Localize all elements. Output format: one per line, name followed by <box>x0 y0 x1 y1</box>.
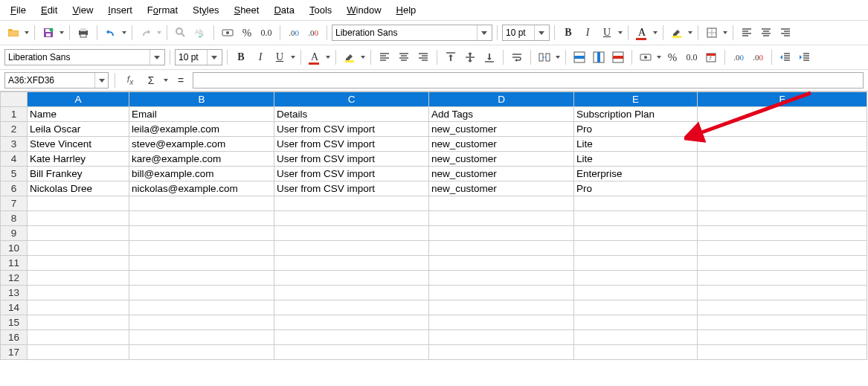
valign-top-icon[interactable] <box>442 48 460 66</box>
cell[interactable] <box>698 196 867 211</box>
col-header-C[interactable]: C <box>274 92 429 107</box>
sum-dropdown[interactable] <box>163 71 169 89</box>
cell[interactable]: new_customer <box>429 122 574 137</box>
number-icon-2[interactable]: 0.0 <box>683 48 701 66</box>
font-name-input[interactable] <box>332 25 477 40</box>
cell[interactable] <box>574 315 698 330</box>
underline-dropdown-2[interactable] <box>290 48 296 66</box>
cell[interactable] <box>429 300 574 315</box>
increase-indent-icon[interactable] <box>796 48 814 66</box>
undo-icon[interactable] <box>102 24 120 42</box>
cell[interactable] <box>274 211 429 226</box>
row-header[interactable]: 9 <box>1 226 28 241</box>
cell[interactable]: Leila Oscar <box>28 122 129 137</box>
function-wizard-icon[interactable]: fx <box>121 71 139 89</box>
name-box[interactable] <box>4 72 109 89</box>
font-size-dropdown[interactable] <box>534 25 547 40</box>
cell[interactable] <box>274 286 429 300</box>
add-decimal-icon[interactable]: .00 <box>285 24 303 42</box>
cell[interactable] <box>274 300 429 315</box>
cell[interactable] <box>28 256 129 271</box>
cell[interactable] <box>129 345 274 360</box>
wrap-text-icon[interactable] <box>508 48 526 66</box>
font-name-dropdown[interactable] <box>477 25 490 40</box>
cell[interactable]: User from CSV import <box>274 137 429 152</box>
cell[interactable] <box>129 256 274 271</box>
cell[interactable] <box>574 196 698 211</box>
cell[interactable] <box>574 271 698 286</box>
font-size-input[interactable] <box>503 25 534 40</box>
cell[interactable] <box>129 330 274 345</box>
add-decimal-icon-2[interactable]: .00 <box>730 48 748 66</box>
row-header[interactable]: 2 <box>1 122 28 137</box>
font-name-combo[interactable] <box>332 25 492 41</box>
font-size-input-2[interactable] <box>176 50 207 65</box>
row-header[interactable]: 12 <box>1 271 28 286</box>
number-format-icon[interactable]: 0.0 <box>257 24 275 42</box>
menu-help[interactable]: Help <box>390 3 422 17</box>
cell[interactable]: Email <box>129 107 274 122</box>
cell[interactable] <box>274 345 429 360</box>
cell[interactable] <box>429 241 574 256</box>
menu-sheet[interactable]: Sheet <box>228 3 265 17</box>
cell[interactable] <box>574 286 698 300</box>
spellcheck-icon[interactable]: Ab <box>191 24 209 42</box>
cell[interactable] <box>28 300 129 315</box>
row-header[interactable]: 3 <box>1 137 28 152</box>
cell[interactable] <box>698 256 867 271</box>
bold-icon-2[interactable]: B <box>232 48 250 66</box>
cell[interactable]: Pro <box>574 181 698 196</box>
cell[interactable] <box>274 315 429 330</box>
menu-view[interactable]: View <box>66 3 99 17</box>
align-center-icon[interactable] <box>757 24 775 42</box>
row-header[interactable]: 13 <box>1 286 28 300</box>
cell[interactable]: new_customer <box>429 137 574 152</box>
align-center-icon-2[interactable] <box>395 48 413 66</box>
cell[interactable]: Lite <box>574 152 698 167</box>
cell[interactable] <box>698 286 867 300</box>
cell[interactable] <box>698 345 867 360</box>
cell[interactable] <box>429 345 574 360</box>
cell[interactable]: new_customer <box>429 152 574 167</box>
cell[interactable] <box>429 271 574 286</box>
row-header[interactable]: 11 <box>1 256 28 271</box>
font-size-combo[interactable] <box>502 25 550 41</box>
open-dropdown[interactable] <box>24 24 30 42</box>
font-name-input-2[interactable] <box>5 50 150 65</box>
cell[interactable] <box>28 226 129 241</box>
cell[interactable] <box>28 241 129 256</box>
row-header[interactable]: 10 <box>1 241 28 256</box>
cell[interactable]: Details <box>274 107 429 122</box>
cell[interactable]: Nickolas Dree <box>28 181 129 196</box>
highlight-icon[interactable] <box>668 24 686 42</box>
cell[interactable] <box>274 256 429 271</box>
sum-icon[interactable]: Σ <box>142 71 160 89</box>
cell[interactable]: Kate Harrley <box>28 152 129 167</box>
cell[interactable] <box>698 152 867 167</box>
underline-dropdown[interactable] <box>617 24 623 42</box>
name-box-input[interactable] <box>5 73 94 88</box>
row-header[interactable]: 5 <box>1 167 28 181</box>
font-color-icon-2[interactable]: A <box>306 48 324 66</box>
print-icon[interactable] <box>74 24 92 42</box>
row-header[interactable]: 14 <box>1 300 28 315</box>
menu-window[interactable]: Window <box>341 3 387 17</box>
cell[interactable] <box>698 122 867 137</box>
align-right-icon[interactable] <box>777 24 794 42</box>
underline-icon-2[interactable]: U <box>271 48 289 66</box>
formula-input[interactable] <box>193 72 864 89</box>
cell[interactable] <box>698 226 867 241</box>
font-color-icon[interactable]: A <box>633 24 651 42</box>
menu-file[interactable]: File <box>4 3 32 17</box>
cell[interactable] <box>129 315 274 330</box>
italic-icon-2[interactable]: I <box>251 48 269 66</box>
cell[interactable] <box>274 330 429 345</box>
redo-dropdown[interactable] <box>156 24 162 42</box>
open-icon[interactable] <box>4 24 22 42</box>
align-left-icon-2[interactable] <box>376 48 393 66</box>
row-header[interactable]: 17 <box>1 345 28 360</box>
merge-dropdown[interactable] <box>555 48 561 66</box>
cell[interactable] <box>429 330 574 345</box>
row-header[interactable]: 1 <box>1 107 28 122</box>
percent-icon-2[interactable]: % <box>663 48 681 66</box>
